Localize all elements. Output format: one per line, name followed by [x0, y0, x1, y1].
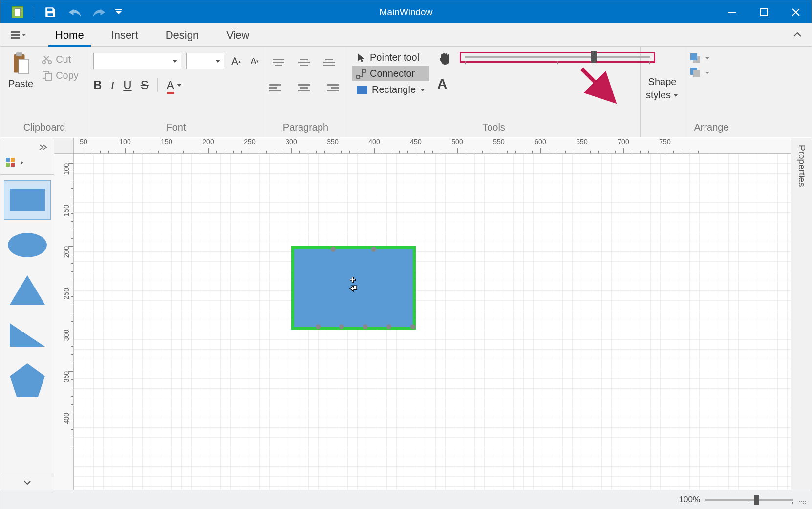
- svg-rect-1: [728, 12, 736, 13]
- send-backward-button[interactable]: [689, 67, 710, 78]
- align-center-button[interactable]: [295, 80, 313, 95]
- pointer-tool-button[interactable]: Pointer tool: [352, 50, 429, 65]
- connection-point[interactable]: [410, 324, 415, 329]
- italic-button[interactable]: I: [110, 79, 114, 92]
- svg-rect-5: [11, 37, 20, 39]
- close-button[interactable]: [780, 0, 812, 23]
- svg-point-9: [43, 61, 45, 64]
- window-title: MainWindow: [380, 7, 433, 18]
- scissors-icon: [42, 54, 53, 65]
- copy-icon: [42, 70, 53, 81]
- shape-tile-rectangle[interactable]: [4, 180, 51, 220]
- zoom-percent-label[interactable]: 100%: [679, 495, 700, 505]
- zoom-slider[interactable]: [705, 499, 793, 501]
- rectangle-tool-label: Rectangle: [372, 84, 416, 95]
- shapes-panel-collapse-button[interactable]: [32, 142, 54, 155]
- paste-button[interactable]: Paste: [5, 50, 36, 91]
- canvas[interactable]: 5010015020025030035040045050055060065070…: [54, 138, 791, 490]
- align-left-button[interactable]: [269, 80, 288, 95]
- connector-tool-label: Connector: [370, 68, 415, 79]
- undo-button[interactable]: [63, 0, 87, 23]
- copy-button[interactable]: Copy: [39, 68, 82, 83]
- svg-rect-3: [11, 31, 20, 33]
- svg-rect-17: [690, 53, 697, 60]
- properties-panel-label: Properties: [796, 145, 807, 187]
- save-button[interactable]: [38, 0, 63, 23]
- align-bottom-button[interactable]: [320, 55, 339, 69]
- cut-label: Cut: [56, 54, 71, 65]
- tab-view[interactable]: View: [213, 25, 263, 46]
- connector-tool-button[interactable]: Connector: [352, 66, 429, 81]
- group-arrange: Arrange: [684, 47, 738, 137]
- selected-rectangle-shape[interactable]: [291, 246, 416, 330]
- file-menu-button[interactable]: [8, 28, 28, 43]
- svg-rect-0: [115, 9, 122, 10]
- tab-home[interactable]: Home: [42, 25, 98, 46]
- pan-tool-button[interactable]: [434, 51, 455, 68]
- shape-tile-triangle[interactable]: [4, 270, 51, 310]
- rectangle-tool-button[interactable]: Rectangle: [352, 82, 429, 97]
- copy-label: Copy: [56, 70, 79, 81]
- group-label-font: Font: [93, 120, 259, 136]
- hand-icon: [437, 52, 452, 66]
- maximize-button[interactable]: [748, 0, 780, 23]
- shape-styles-label-1: Shape: [648, 76, 677, 88]
- stroke-weight-slider[interactable]: [460, 52, 655, 63]
- connection-point[interactable]: [363, 324, 368, 329]
- strikethrough-button[interactable]: S: [141, 78, 149, 92]
- text-tool-button[interactable]: A: [434, 75, 455, 93]
- connection-point[interactable]: [371, 247, 376, 252]
- shape-tile-right-triangle[interactable]: [4, 315, 51, 354]
- status-bar: 100%: [0, 490, 812, 509]
- redo-button[interactable]: [87, 0, 111, 23]
- svg-rect-21: [11, 158, 15, 162]
- underline-button[interactable]: U: [123, 78, 131, 92]
- group-font: A▴ A▾ B I U S A Font: [88, 47, 264, 137]
- shrink-font-button[interactable]: A▾: [248, 56, 261, 66]
- connection-point[interactable]: [386, 324, 391, 329]
- qat-customize-button[interactable]: [111, 0, 126, 23]
- svg-rect-29: [350, 279, 355, 280]
- group-clipboard: Paste Cut Copy Clipboard: [0, 47, 88, 137]
- bold-button[interactable]: B: [93, 78, 102, 92]
- app-icon[interactable]: [5, 0, 30, 23]
- svg-rect-13: [357, 75, 360, 78]
- connector-icon: [356, 69, 366, 79]
- align-right-button[interactable]: [320, 80, 339, 95]
- connector-cursor-icon: [348, 277, 360, 295]
- connection-point[interactable]: [339, 324, 344, 329]
- minimize-button[interactable]: [716, 0, 748, 23]
- shapes-gallery-button[interactable]: [0, 155, 54, 171]
- svg-rect-20: [6, 158, 10, 162]
- bring-forward-icon: [689, 53, 702, 64]
- bring-forward-button[interactable]: [689, 53, 710, 64]
- group-label-shape-styles: [645, 120, 679, 136]
- shape-tile-ellipse[interactable]: [4, 225, 51, 265]
- horizontal-ruler: 5010015020025030035040045050055060065070…: [74, 138, 791, 154]
- grow-font-button[interactable]: A▴: [229, 55, 243, 67]
- connection-point[interactable]: [331, 247, 336, 252]
- align-middle-button[interactable]: [295, 55, 313, 69]
- font-size-combo[interactable]: [186, 53, 224, 69]
- svg-rect-8: [19, 59, 28, 74]
- svg-point-25: [8, 233, 47, 257]
- font-family-combo[interactable]: [93, 53, 181, 69]
- align-top-button[interactable]: [269, 55, 288, 69]
- shape-tile-pentagon[interactable]: [4, 360, 51, 399]
- resize-grip-icon[interactable]: [798, 496, 806, 504]
- font-color-button[interactable]: A: [167, 78, 182, 92]
- tab-design[interactable]: Design: [152, 25, 213, 46]
- cut-button[interactable]: Cut: [39, 52, 82, 67]
- paste-label: Paste: [8, 78, 33, 89]
- properties-panel-collapsed[interactable]: Properties: [791, 138, 812, 490]
- svg-rect-23: [11, 163, 15, 167]
- collapse-ribbon-button[interactable]: [793, 29, 802, 40]
- group-label-arrange: Arrange: [689, 120, 733, 136]
- shapes-panel-more-button[interactable]: [0, 475, 54, 490]
- ribbon: Paste Cut Copy Clipboard A▴ A▾: [0, 47, 812, 137]
- tab-insert[interactable]: Insert: [98, 25, 152, 46]
- svg-rect-4: [11, 34, 20, 36]
- connection-point[interactable]: [316, 324, 321, 329]
- group-label-clipboard: Clipboard: [5, 120, 83, 136]
- clipboard-icon: [11, 52, 31, 76]
